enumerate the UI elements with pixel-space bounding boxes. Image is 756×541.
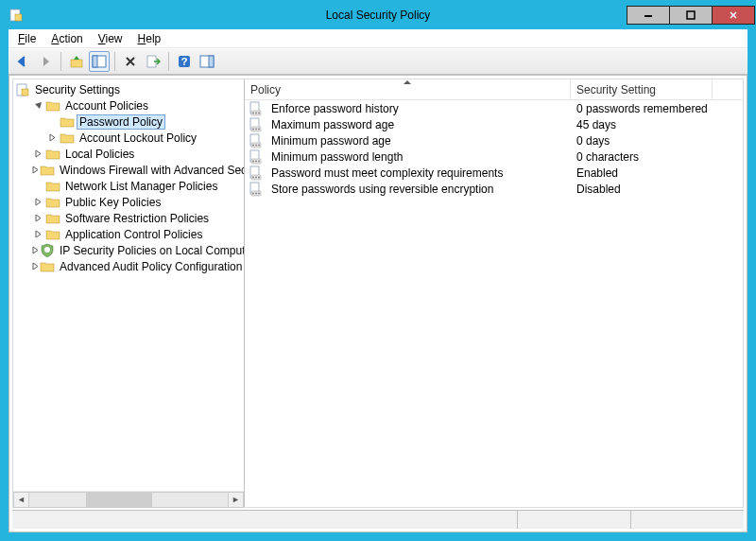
policy-icon xyxy=(249,166,264,181)
cell-policy: Password must meet complexity requiremen… xyxy=(266,166,571,180)
cell-policy: Enforce password history xyxy=(266,102,571,115)
show-hide-console-tree-button[interactable] xyxy=(89,51,110,72)
tree-root[interactable]: Security Settings xyxy=(13,81,244,97)
expand-icon[interactable] xyxy=(31,262,40,270)
folder-icon xyxy=(45,227,60,242)
svg-point-28 xyxy=(255,144,257,146)
tree-horizontal-scrollbar[interactable]: ◄ ► xyxy=(13,491,244,507)
svg-rect-2 xyxy=(644,15,652,17)
tree-item[interactable]: Password Policy xyxy=(13,113,244,130)
menu-file[interactable]: File xyxy=(12,31,42,46)
window: Local Security Policy File Action View H… xyxy=(0,0,756,541)
tree-item[interactable]: Account Policies xyxy=(13,97,244,113)
export-list-button[interactable] xyxy=(143,51,163,72)
scroll-thumb[interactable] xyxy=(86,493,152,507)
tree-item-label: Advanced Audit Policy Configuration xyxy=(58,260,244,273)
app-icon xyxy=(9,8,24,23)
svg-point-44 xyxy=(258,192,260,194)
tree-item-label: IP Security Policies on Local Computer xyxy=(58,244,244,257)
column-header-setting[interactable]: Security Setting xyxy=(571,79,713,99)
svg-rect-6 xyxy=(93,56,97,67)
tree-item[interactable]: Application Control Policies xyxy=(13,226,244,242)
list-body[interactable]: Enforce password history0 passwords reme… xyxy=(245,100,743,507)
svg-point-39 xyxy=(258,176,260,178)
cell-policy: Minimum password age xyxy=(266,134,571,148)
policy-icon xyxy=(249,133,264,148)
list-row[interactable]: Minimum password length0 characters xyxy=(245,148,743,165)
menu-action[interactable]: Action xyxy=(45,31,88,46)
toolbar-separator xyxy=(168,52,169,71)
svg-point-22 xyxy=(252,128,254,130)
folder-icon xyxy=(60,131,75,146)
cell-setting: Disabled xyxy=(571,183,722,196)
policy-icon xyxy=(249,117,264,132)
tree-item[interactable]: Public Key Policies xyxy=(13,194,244,210)
folder-icon xyxy=(40,259,55,274)
toolbar-separator xyxy=(60,52,61,71)
show-hide-action-pane-button[interactable] xyxy=(197,51,217,72)
tree-item-label: Network List Manager Policies xyxy=(63,180,219,193)
tree-item[interactable]: Windows Firewall with Advanced Security xyxy=(13,162,244,178)
expand-icon[interactable] xyxy=(31,166,40,174)
cell-setting: 0 passwords remembered xyxy=(571,102,722,115)
svg-point-19 xyxy=(258,112,260,113)
tree-item-label: Windows Firewall with Advanced Security xyxy=(58,164,244,177)
forward-button[interactable] xyxy=(35,51,56,72)
svg-point-43 xyxy=(255,192,257,194)
cell-policy: Minimum password length xyxy=(266,150,571,164)
svg-point-42 xyxy=(252,192,254,194)
scroll-left-button[interactable]: ◄ xyxy=(13,492,29,508)
window-border-bottom xyxy=(1,532,755,540)
tree-item-label: Public Key Policies xyxy=(63,196,163,209)
tree-item-label: Application Control Policies xyxy=(63,228,204,241)
tree-item[interactable]: Software Restriction Policies xyxy=(13,210,244,226)
column-header-policy[interactable]: Policy xyxy=(245,79,571,99)
scroll-right-button[interactable]: ► xyxy=(228,492,244,508)
svg-point-32 xyxy=(252,160,254,162)
up-button[interactable] xyxy=(66,51,87,72)
minimize-button[interactable] xyxy=(627,6,670,25)
expand-icon[interactable] xyxy=(31,230,45,238)
back-button[interactable] xyxy=(12,51,33,72)
expand-icon[interactable] xyxy=(31,246,40,254)
menu-help[interactable]: Help xyxy=(132,31,167,46)
svg-rect-13 xyxy=(22,89,28,96)
tree-item[interactable]: Network List Manager Policies xyxy=(13,178,244,194)
cell-setting: 0 days xyxy=(571,134,722,148)
help-button[interactable]: ? xyxy=(174,51,195,72)
folder-icon xyxy=(60,114,75,130)
expand-icon[interactable] xyxy=(31,214,45,222)
statusbar xyxy=(12,510,744,529)
maximize-button[interactable] xyxy=(669,6,713,25)
expand-icon[interactable] xyxy=(31,149,45,158)
tree-item[interactable]: Advanced Audit Policy Configuration xyxy=(13,258,244,274)
toolbar-separator xyxy=(114,52,115,71)
folder-icon xyxy=(45,179,60,194)
list-row[interactable]: Store passwords using reversible encrypt… xyxy=(245,181,743,197)
list-row[interactable]: Enforce password history0 passwords reme… xyxy=(245,100,743,116)
list-row[interactable]: Minimum password age0 days xyxy=(245,132,743,148)
expand-icon[interactable] xyxy=(45,133,60,142)
folder-icon xyxy=(40,163,55,178)
close-button[interactable] xyxy=(712,6,755,25)
tree-view[interactable]: Security Settings Account PoliciesPasswo… xyxy=(13,79,244,491)
folder-icon xyxy=(45,147,60,162)
scroll-track[interactable] xyxy=(29,492,228,508)
svg-rect-11 xyxy=(209,56,214,67)
collapse-icon[interactable] xyxy=(31,101,45,110)
svg-point-29 xyxy=(258,144,260,146)
tree-item[interactable]: Account Lockout Policy xyxy=(13,130,244,146)
list-row[interactable]: Maximum password age45 days xyxy=(245,116,743,132)
cell-policy: Store passwords using reversible encrypt… xyxy=(266,183,571,196)
delete-button[interactable] xyxy=(120,51,141,72)
tree-item[interactable]: Local Policies xyxy=(13,146,244,162)
tree-item[interactable]: IP Security Policies on Local Computer xyxy=(13,242,244,258)
expand-icon[interactable] xyxy=(31,198,45,206)
list-row[interactable]: Password must meet complexity requiremen… xyxy=(245,165,743,181)
menubar: File Action View Help xyxy=(9,29,747,48)
menu-view[interactable]: View xyxy=(93,31,129,46)
svg-point-27 xyxy=(252,144,254,146)
svg-rect-4 xyxy=(71,60,82,67)
shield-icon xyxy=(40,243,55,258)
tree-item-label: Account Policies xyxy=(63,99,150,113)
